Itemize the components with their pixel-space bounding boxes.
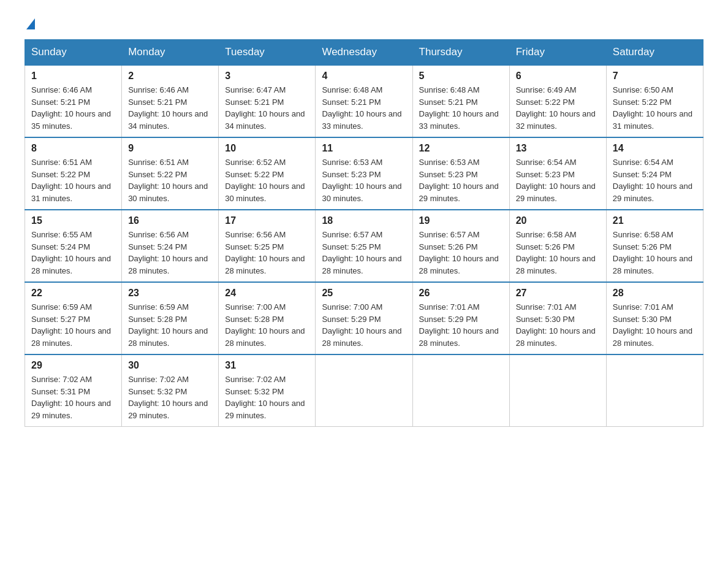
col-header-friday: Friday <box>509 40 606 66</box>
day-info: Sunrise: 7:02 AMSunset: 5:31 PMDaylight:… <box>31 373 115 421</box>
calendar-cell: 31Sunrise: 7:02 AMSunset: 5:32 PMDayligh… <box>219 354 316 427</box>
calendar-cell: 20Sunrise: 6:58 AMSunset: 5:26 PMDayligh… <box>509 210 606 282</box>
day-number: 2 <box>128 71 212 82</box>
page-header <box>25 18 703 27</box>
calendar-cell: 8Sunrise: 6:51 AMSunset: 5:22 PMDaylight… <box>25 137 122 210</box>
col-header-sunday: Sunday <box>25 40 122 66</box>
day-info: Sunrise: 6:48 AMSunset: 5:21 PMDaylight:… <box>322 84 406 132</box>
col-header-saturday: Saturday <box>606 40 703 66</box>
week-row-1: 1Sunrise: 6:46 AMSunset: 5:21 PMDaylight… <box>25 65 703 137</box>
day-info: Sunrise: 7:02 AMSunset: 5:32 PMDaylight:… <box>225 373 309 421</box>
day-info: Sunrise: 6:58 AMSunset: 5:26 PMDaylight:… <box>613 229 697 277</box>
week-row-5: 29Sunrise: 7:02 AMSunset: 5:31 PMDayligh… <box>25 354 703 427</box>
calendar-cell: 4Sunrise: 6:48 AMSunset: 5:21 PMDaylight… <box>316 65 412 137</box>
day-number: 4 <box>322 71 406 82</box>
day-info: Sunrise: 6:50 AMSunset: 5:22 PMDaylight:… <box>613 84 697 132</box>
day-info: Sunrise: 6:54 AMSunset: 5:24 PMDaylight:… <box>613 156 697 204</box>
day-number: 8 <box>31 143 115 154</box>
day-info: Sunrise: 7:01 AMSunset: 5:29 PMDaylight:… <box>419 301 503 349</box>
day-number: 13 <box>516 143 600 154</box>
day-number: 14 <box>613 143 697 154</box>
calendar-cell: 5Sunrise: 6:48 AMSunset: 5:21 PMDaylight… <box>412 65 509 137</box>
day-number: 23 <box>128 288 212 299</box>
day-info: Sunrise: 6:46 AMSunset: 5:21 PMDaylight:… <box>128 84 212 132</box>
calendar-header-row: SundayMondayTuesdayWednesdayThursdayFrid… <box>25 40 703 66</box>
calendar-cell: 15Sunrise: 6:55 AMSunset: 5:24 PMDayligh… <box>25 210 122 282</box>
day-number: 31 <box>225 360 309 371</box>
calendar-cell: 30Sunrise: 7:02 AMSunset: 5:32 PMDayligh… <box>122 354 219 427</box>
day-info: Sunrise: 7:00 AMSunset: 5:28 PMDaylight:… <box>225 301 309 349</box>
day-number: 11 <box>322 143 406 154</box>
logo <box>25 18 35 27</box>
day-info: Sunrise: 6:55 AMSunset: 5:24 PMDaylight:… <box>31 229 115 277</box>
calendar-cell: 18Sunrise: 6:57 AMSunset: 5:25 PMDayligh… <box>316 210 412 282</box>
calendar-cell <box>606 354 703 427</box>
day-info: Sunrise: 6:54 AMSunset: 5:23 PMDaylight:… <box>516 156 600 204</box>
day-number: 28 <box>613 288 697 299</box>
day-number: 27 <box>516 288 600 299</box>
day-number: 26 <box>419 288 503 299</box>
day-number: 20 <box>516 215 600 226</box>
col-header-monday: Monday <box>122 40 219 66</box>
day-number: 18 <box>322 215 406 226</box>
day-number: 30 <box>128 360 212 371</box>
calendar-cell: 16Sunrise: 6:56 AMSunset: 5:24 PMDayligh… <box>122 210 219 282</box>
calendar-cell: 17Sunrise: 6:56 AMSunset: 5:25 PMDayligh… <box>219 210 316 282</box>
calendar-cell: 22Sunrise: 6:59 AMSunset: 5:27 PMDayligh… <box>25 282 122 354</box>
calendar-cell: 6Sunrise: 6:49 AMSunset: 5:22 PMDaylight… <box>509 65 606 137</box>
day-info: Sunrise: 6:48 AMSunset: 5:21 PMDaylight:… <box>419 84 503 132</box>
day-number: 12 <box>419 143 503 154</box>
day-info: Sunrise: 6:49 AMSunset: 5:22 PMDaylight:… <box>516 84 600 132</box>
calendar-cell: 19Sunrise: 6:57 AMSunset: 5:26 PMDayligh… <box>412 210 509 282</box>
calendar-table: SundayMondayTuesdayWednesdayThursdayFrid… <box>25 39 703 427</box>
day-info: Sunrise: 7:00 AMSunset: 5:29 PMDaylight:… <box>322 301 406 349</box>
calendar-cell: 9Sunrise: 6:51 AMSunset: 5:22 PMDaylight… <box>122 137 219 210</box>
calendar-cell: 11Sunrise: 6:53 AMSunset: 5:23 PMDayligh… <box>316 137 412 210</box>
day-number: 15 <box>31 215 115 226</box>
day-info: Sunrise: 6:56 AMSunset: 5:24 PMDaylight:… <box>128 229 212 277</box>
calendar-cell: 29Sunrise: 7:02 AMSunset: 5:31 PMDayligh… <box>25 354 122 427</box>
week-row-2: 8Sunrise: 6:51 AMSunset: 5:22 PMDaylight… <box>25 137 703 210</box>
day-info: Sunrise: 6:58 AMSunset: 5:26 PMDaylight:… <box>516 229 600 277</box>
day-number: 6 <box>516 71 600 82</box>
day-info: Sunrise: 6:52 AMSunset: 5:22 PMDaylight:… <box>225 156 309 204</box>
day-info: Sunrise: 6:46 AMSunset: 5:21 PMDaylight:… <box>31 84 115 132</box>
calendar-cell: 1Sunrise: 6:46 AMSunset: 5:21 PMDaylight… <box>25 65 122 137</box>
week-row-4: 22Sunrise: 6:59 AMSunset: 5:27 PMDayligh… <box>25 282 703 354</box>
calendar-cell: 28Sunrise: 7:01 AMSunset: 5:30 PMDayligh… <box>606 282 703 354</box>
logo-triangle-icon <box>26 18 35 29</box>
calendar-cell <box>412 354 509 427</box>
calendar-cell: 13Sunrise: 6:54 AMSunset: 5:23 PMDayligh… <box>509 137 606 210</box>
calendar-cell: 7Sunrise: 6:50 AMSunset: 5:22 PMDaylight… <box>606 65 703 137</box>
day-info: Sunrise: 7:02 AMSunset: 5:32 PMDaylight:… <box>128 373 212 421</box>
day-number: 5 <box>419 71 503 82</box>
calendar-cell: 12Sunrise: 6:53 AMSunset: 5:23 PMDayligh… <box>412 137 509 210</box>
day-info: Sunrise: 6:53 AMSunset: 5:23 PMDaylight:… <box>419 156 503 204</box>
calendar-cell: 2Sunrise: 6:46 AMSunset: 5:21 PMDaylight… <box>122 65 219 137</box>
day-info: Sunrise: 7:01 AMSunset: 5:30 PMDaylight:… <box>516 301 600 349</box>
calendar-cell <box>509 354 606 427</box>
day-number: 9 <box>128 143 212 154</box>
day-number: 19 <box>419 215 503 226</box>
day-number: 1 <box>31 71 115 82</box>
col-header-wednesday: Wednesday <box>316 40 412 66</box>
calendar-cell: 26Sunrise: 7:01 AMSunset: 5:29 PMDayligh… <box>412 282 509 354</box>
calendar-cell: 21Sunrise: 6:58 AMSunset: 5:26 PMDayligh… <box>606 210 703 282</box>
day-info: Sunrise: 6:57 AMSunset: 5:25 PMDaylight:… <box>322 229 406 277</box>
day-info: Sunrise: 6:51 AMSunset: 5:22 PMDaylight:… <box>31 156 115 204</box>
day-info: Sunrise: 6:56 AMSunset: 5:25 PMDaylight:… <box>225 229 309 277</box>
day-info: Sunrise: 6:51 AMSunset: 5:22 PMDaylight:… <box>128 156 212 204</box>
day-info: Sunrise: 6:59 AMSunset: 5:27 PMDaylight:… <box>31 301 115 349</box>
day-number: 21 <box>613 215 697 226</box>
day-info: Sunrise: 6:53 AMSunset: 5:23 PMDaylight:… <box>322 156 406 204</box>
day-number: 24 <box>225 288 309 299</box>
calendar-cell: 25Sunrise: 7:00 AMSunset: 5:29 PMDayligh… <box>316 282 412 354</box>
day-number: 29 <box>31 360 115 371</box>
day-number: 7 <box>613 71 697 82</box>
calendar-cell <box>316 354 412 427</box>
calendar-cell: 3Sunrise: 6:47 AMSunset: 5:21 PMDaylight… <box>219 65 316 137</box>
day-number: 10 <box>225 143 309 154</box>
day-info: Sunrise: 6:59 AMSunset: 5:28 PMDaylight:… <box>128 301 212 349</box>
calendar-cell: 24Sunrise: 7:00 AMSunset: 5:28 PMDayligh… <box>219 282 316 354</box>
day-number: 3 <box>225 71 309 82</box>
